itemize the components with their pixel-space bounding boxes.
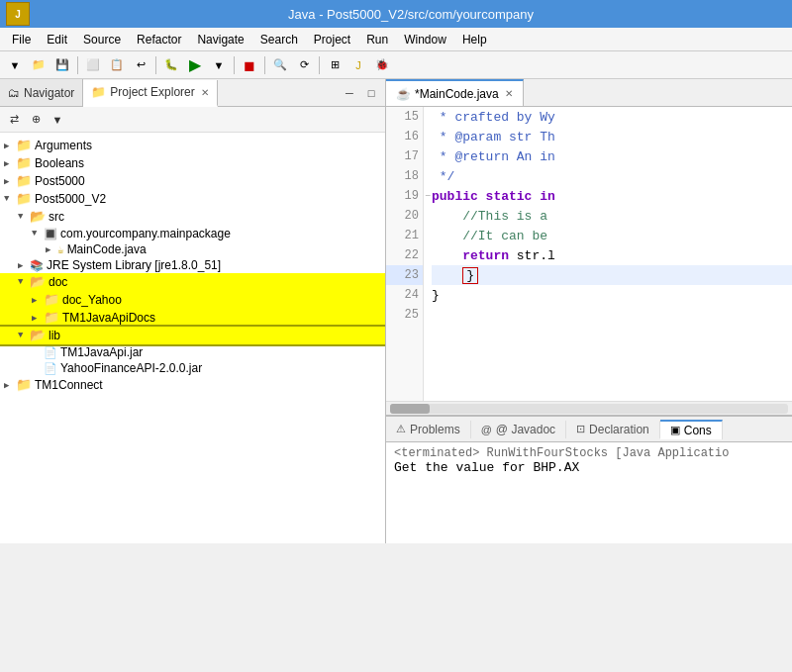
tree-item-src[interactable]: ▼ 📂 src xyxy=(0,208,385,226)
h-scroll-track[interactable] xyxy=(390,404,788,414)
toolbar-open-btn[interactable]: 📁 xyxy=(28,54,50,76)
tree-item-booleans[interactable]: ▶ 📁 Booleans xyxy=(0,154,385,172)
h-scroll-thumb[interactable] xyxy=(390,404,430,414)
menu-file[interactable]: File xyxy=(4,31,39,48)
right-panel: ☕ *MainCode.java ✕ 15 16 17 18 19 20 21 … xyxy=(386,79,792,543)
toolbar-run-btn[interactable]: ▶ xyxy=(184,54,206,76)
tree-item-doc[interactable]: ▼ 📂 doc xyxy=(0,273,385,291)
code-22-kw: return xyxy=(432,248,509,263)
label-booleans: Booleans xyxy=(35,156,84,170)
toolbar-search-btn[interactable]: 🔍 xyxy=(269,54,291,76)
tab-project-label: Project Explorer xyxy=(110,85,194,99)
title-bar: J Java - Post5000_V2/src/com/yourcompany xyxy=(0,0,792,28)
tab-project-close[interactable]: ✕ xyxy=(201,87,209,98)
tree-item-maincode[interactable]: ▶ ☕ MainCode.java xyxy=(0,241,385,257)
code-line-15: * crafted by Wy xyxy=(432,107,792,127)
folder-icon-tm1connect: 📁 xyxy=(16,377,32,393)
project-tree[interactable]: ▶ 📁 Arguments ▶ 📁 Booleans ▶ 📁 Post5000 … xyxy=(0,133,385,543)
tree-item-tm1javadocs[interactable]: ▶ 📁 TM1JavaApiDocs xyxy=(0,309,385,327)
menu-navigate[interactable]: Navigate xyxy=(189,31,251,48)
tree-item-arguments[interactable]: ▶ 📁 Arguments xyxy=(0,137,385,154)
tree-item-lib[interactable]: ▼ 📂 lib xyxy=(0,327,385,344)
toolbar-java-btn[interactable]: J xyxy=(347,54,369,76)
line-16: 16 xyxy=(386,127,423,146)
tab-navigator[interactable]: 🗂 Navigator xyxy=(0,79,83,106)
javadoc-icon: @ xyxy=(481,424,492,435)
code-21-text: //It can be xyxy=(432,229,547,243)
jar-icon-tm1: 📄 xyxy=(44,346,57,359)
menu-help[interactable]: Help xyxy=(454,31,495,48)
folder-icon-booleans: 📁 xyxy=(16,155,32,171)
maximize-btn[interactable]: □ xyxy=(361,83,381,103)
problems-icon: ⚠ xyxy=(396,423,406,435)
menu-search[interactable]: Search xyxy=(252,31,306,48)
link-editor-btn[interactable]: ⊕ xyxy=(26,110,46,130)
label-post5000v2: Post5000_V2 xyxy=(35,192,106,206)
toolbar-run-dropdown[interactable]: ▼ xyxy=(208,54,230,76)
toolbar-perspective-btn[interactable]: ⊞ xyxy=(324,54,346,76)
menu-run[interactable]: Run xyxy=(358,31,396,48)
tree-item-post5000[interactable]: ▶ 📁 Post5000 xyxy=(0,172,385,190)
code-22-normal: str.l xyxy=(509,248,555,263)
tab-console-label: Cons xyxy=(684,424,712,437)
tree-item-com-pkg[interactable]: ▼ 🔳 com.yourcompany.mainpackage xyxy=(0,226,385,241)
code-content[interactable]: * crafted by Wy * @param str Th * @retur… xyxy=(424,107,792,401)
project-icon-post5000: 📁 xyxy=(16,173,32,189)
menu-refactor[interactable]: Refactor xyxy=(129,31,189,48)
arrow-doc-yahoo: ▶ xyxy=(32,295,42,306)
code-line-19: public static in xyxy=(432,186,792,206)
tree-item-doc-yahoo[interactable]: ▶ 📁 doc_Yahoo xyxy=(0,291,385,309)
arrow-tm1javadocs: ▶ xyxy=(32,313,42,324)
toolbar-debug2-btn[interactable]: 🐞 xyxy=(371,54,393,76)
console-output-line: Get the value for BHP.AX xyxy=(394,460,784,475)
collapse-all-btn[interactable]: ⇄ xyxy=(4,110,24,130)
code-23-text: } xyxy=(432,267,478,284)
arrow-maincode: ▶ xyxy=(46,244,55,255)
arrow-doc: ▼ xyxy=(18,277,28,287)
toolbar-new-btn[interactable]: ▼ xyxy=(4,54,26,76)
tab-maincode-label: *MainCode.java xyxy=(415,87,499,101)
menu-project[interactable]: Project xyxy=(306,31,358,48)
tab-javadoc[interactable]: @ @ Javadoc xyxy=(471,421,566,438)
tree-item-tm1connect[interactable]: ▶ 📁 TM1Connect xyxy=(0,376,385,394)
folder-icon-tm1javadocs: 📁 xyxy=(44,310,59,326)
toolbar-undo-btn[interactable]: ↩ xyxy=(130,54,151,76)
tab-declaration-label: Declaration xyxy=(589,423,649,436)
toolbar-next-btn[interactable]: ⟳ xyxy=(293,54,315,76)
tab-console[interactable]: ▣ Cons xyxy=(660,420,723,439)
menu-edit[interactable]: Edit xyxy=(39,31,75,48)
tree-item-tm1javaapi-jar[interactable]: ▶ 📄 TM1JavaApi.jar xyxy=(0,344,385,360)
menu-source[interactable]: Source xyxy=(75,31,129,48)
tab-maincode-close[interactable]: ✕ xyxy=(505,88,513,99)
code-editor[interactable]: 15 16 17 18 19 20 21 22 23 24 25 * craft… xyxy=(386,107,792,401)
src-icon: 📂 xyxy=(30,209,46,225)
arrow-post5000: ▶ xyxy=(4,176,14,187)
java-tab-icon: ☕ xyxy=(396,87,411,101)
tree-item-yahoofinance-jar[interactable]: ▶ 📄 YahooFinanceAPI-2.0.0.jar xyxy=(0,360,385,376)
line-15: 15 xyxy=(386,107,423,127)
tab-project-explorer[interactable]: 📁 Project Explorer ✕ xyxy=(83,80,217,107)
tab-problems[interactable]: ⚠ Problems xyxy=(386,421,471,438)
minimize-btn[interactable]: ─ xyxy=(340,83,359,103)
jar-icon-yahoo: 📄 xyxy=(44,362,57,375)
code-line-25 xyxy=(432,305,792,325)
tree-item-jre[interactable]: ▶ 📚 JRE System Library [jre1.8.0_51] xyxy=(0,257,385,273)
menu-window[interactable]: Window xyxy=(396,31,454,48)
view-menu-btn[interactable]: ▼ xyxy=(48,110,67,130)
main-area: 🗂 Navigator 📁 Project Explorer ✕ ─ □ ⇄ ⊕… xyxy=(0,79,792,543)
toolbar-paste-btn[interactable]: 📋 xyxy=(106,54,128,76)
tab-declaration[interactable]: ⊡ Declaration xyxy=(566,421,660,438)
horizontal-scrollbar[interactable] xyxy=(386,401,792,415)
tree-item-post5000v2[interactable]: ▼ 📁 Post5000_V2 xyxy=(0,190,385,208)
toolbar-copy-btn[interactable]: ⬜ xyxy=(82,54,104,76)
toolbar-sep-3 xyxy=(234,56,235,74)
code-18-text: */ xyxy=(432,169,454,184)
line-22: 22 xyxy=(386,245,423,265)
tab-maincode[interactable]: ☕ *MainCode.java ✕ xyxy=(386,79,524,106)
toolbar-stop-btn[interactable]: ◼ xyxy=(239,54,260,76)
label-post5000: Post5000 xyxy=(35,174,85,188)
toolbar-debug-btn[interactable]: 🐛 xyxy=(160,54,182,76)
code-line-21: //It can be xyxy=(432,226,792,245)
code-24-text: } xyxy=(432,288,440,303)
toolbar-save-btn[interactable]: 💾 xyxy=(51,54,73,76)
